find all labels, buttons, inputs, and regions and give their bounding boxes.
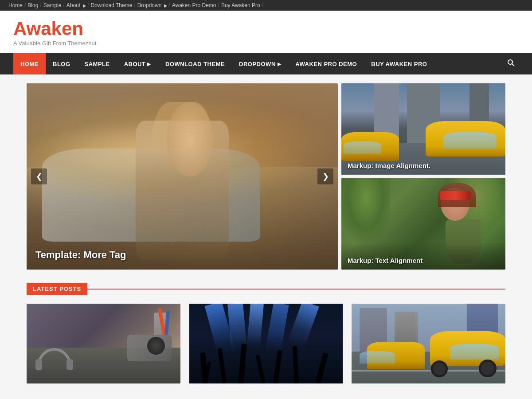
side-image-bottom[interactable]: Markup: Text Alignment — [341, 178, 505, 270]
latest-posts-title: LATEST POSTS — [27, 283, 87, 295]
admin-bar-dropdown[interactable]: Dropdown — [136, 2, 164, 8]
site-tagline: A Valuable Gift From Themezhut — [13, 40, 519, 47]
nav-sample[interactable]: SAMPLE — [78, 53, 117, 74]
post-card-1[interactable] — [27, 304, 180, 383]
side-image-top-bg — [341, 83, 505, 175]
nav-buy[interactable]: BUY AWAKEN PRO — [364, 53, 434, 74]
admin-bar: Home / Blog / Sample / About ▶ / Downloa… — [0, 0, 532, 11]
admin-bar-pro-demo[interactable]: Awaken Pro Demo — [170, 2, 218, 8]
sep8: / — [262, 2, 263, 8]
post-card-2[interactable] — [189, 304, 343, 383]
post-card-3[interactable] — [352, 304, 505, 383]
admin-bar-sample[interactable]: Sample — [42, 2, 63, 8]
slider-section: ❮ ❯ Template: More Tag — [27, 83, 505, 270]
main-slide-bg — [27, 83, 338, 270]
side-images: Markup: Image Alignment. — [341, 83, 505, 270]
nav-download[interactable]: DOWNLOAD THEME — [158, 53, 232, 74]
slide-next-button[interactable]: ❯ — [317, 168, 333, 184]
nav-dropdown[interactable]: DROPDOWN ▶ — [232, 53, 288, 74]
about-arrow: ▶ — [147, 62, 151, 66]
nav-blog[interactable]: BLOG — [46, 53, 78, 74]
latest-posts-header: LATEST POSTS — [27, 283, 505, 295]
main-nav: HOME BLOG SAMPLE ABOUT ▶ DOWNLOAD THEME … — [0, 53, 532, 74]
site-header: Awaken A Valuable Gift From Themezhut — [0, 11, 532, 53]
posts-grid — [27, 304, 505, 383]
main-slide: ❮ ❯ Template: More Tag — [27, 83, 338, 270]
admin-bar-buy[interactable]: Buy Awaken Pro — [219, 2, 262, 8]
nav-pro-demo[interactable]: AWAKEN PRO DEMO — [288, 53, 364, 74]
admin-bar-about[interactable]: About — [65, 2, 82, 8]
section-divider — [87, 289, 505, 289]
admin-bar-dropdown-arrow: ▶ — [164, 3, 168, 8]
site-title[interactable]: Awaken — [13, 20, 519, 38]
side-image-bottom-caption: Markup: Text Alignment — [348, 257, 422, 264]
search-icon[interactable] — [504, 59, 519, 69]
slide-prev-button[interactable]: ❮ — [31, 168, 47, 184]
admin-bar-home[interactable]: Home — [7, 2, 24, 8]
admin-bar-download[interactable]: Download Theme — [89, 2, 134, 8]
side-image-top-caption: Markup: Image Alignment. — [348, 162, 430, 169]
nav-about[interactable]: ABOUT ▶ — [117, 53, 158, 74]
admin-bar-blog[interactable]: Blog — [26, 2, 40, 8]
side-image-top[interactable]: Markup: Image Alignment. — [341, 83, 505, 175]
main-slide-caption: Template: More Tag — [35, 249, 126, 261]
admin-bar-about-arrow: ▶ — [83, 3, 86, 8]
content-area: ❮ ❯ Template: More Tag — [13, 74, 519, 392]
nav-home[interactable]: HOME — [13, 53, 46, 74]
svg-point-0 — [508, 60, 512, 64]
post-thumb-2 — [189, 304, 343, 383]
post-thumb-3 — [352, 304, 505, 383]
post-thumb-1 — [27, 304, 180, 383]
svg-line-1 — [512, 64, 514, 66]
dropdown-arrow: ▶ — [278, 62, 282, 66]
side-image-bottom-bg — [341, 178, 505, 270]
